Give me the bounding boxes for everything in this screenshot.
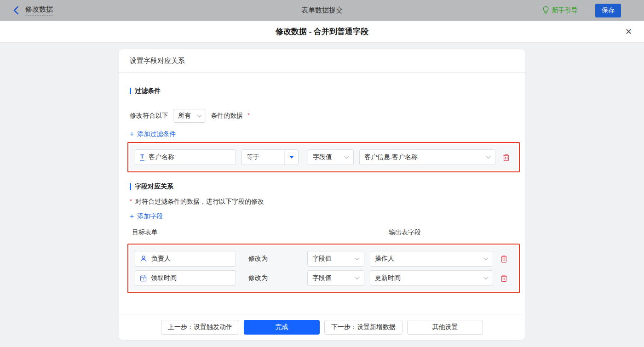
plus-icon: + — [130, 213, 134, 220]
value-select[interactable]: 客户信息.客户名称 — [359, 149, 495, 165]
dropdown-caret-icon — [284, 150, 298, 165]
target-field-value: 负责人 — [151, 255, 171, 263]
condition-scope-value: 所有 — [178, 112, 191, 120]
value-type-select[interactable]: 字段值 — [307, 251, 364, 267]
chevron-down-icon — [197, 114, 202, 118]
modify-label: 修改为 — [248, 255, 268, 263]
mapping-description: 对符合过滤条件的数据，进行以下字段的修改 — [135, 198, 264, 206]
card-body: 过滤条件 修改符合以下 所有 条件的数据 * + 添加过滤条件 — [119, 73, 525, 314]
mapping-heading-label: 字段对应关系 — [135, 182, 173, 191]
modify-label: 修改为 — [248, 274, 268, 282]
output-field-select[interactable]: 更新时间 — [370, 270, 493, 286]
add-field-label: 添加字段 — [137, 212, 163, 221]
topbar-left: 修改数据 — [13, 5, 53, 16]
condition-scope-select[interactable]: 所有 — [173, 109, 206, 123]
previous-step-button[interactable]: 上一步：设置触发动作 — [161, 320, 239, 335]
chevron-down-icon — [344, 156, 349, 159]
add-filter-condition-label: 添加过滤条件 — [137, 130, 176, 138]
target-form-column-label: 目标表单 — [132, 228, 158, 237]
mapping-row: 负责人 修改为 字段值 操作人 — [135, 251, 512, 267]
topbar-right: 新手引导 保存 — [542, 4, 621, 17]
lightbulb-icon — [542, 6, 549, 15]
condition-prefix: 修改符合以下 — [130, 112, 168, 120]
output-field-select[interactable]: 操作人 — [370, 251, 493, 267]
topbar: 表单数据提交 修改数据 新手引导 保存 — [0, 0, 644, 21]
field-mapping-card: 设置字段对应关系 过滤条件 修改符合以下 所有 条件的数据 * — [119, 49, 525, 340]
value-type-select[interactable]: 字段值 — [308, 149, 354, 165]
trash-icon — [500, 274, 507, 282]
filter-field-value: 客户名称 — [149, 153, 174, 161]
output-field-value: 操作人 — [375, 255, 394, 263]
condition-suffix: 条件的数据 — [211, 112, 243, 120]
modal-title: 修改数据 - 合并到普通字段 — [276, 26, 368, 37]
done-button[interactable]: 完成 — [244, 320, 320, 335]
modal-content: 设置字段对应关系 过滤条件 修改符合以下 所有 条件的数据 * — [0, 43, 644, 347]
value-type-value: 字段值 — [312, 274, 332, 282]
mapping-columns-header: 目标表单 输出表字段 — [130, 228, 514, 237]
section-accent-bar — [130, 183, 131, 190]
output-field-column-label: 输出表字段 — [389, 228, 421, 237]
chevron-down-icon — [355, 257, 360, 261]
target-field-value: 领取时间 — [151, 274, 177, 282]
delete-row-button[interactable] — [500, 274, 507, 282]
value-type-value: 字段值 — [312, 255, 332, 263]
target-field-input[interactable]: 负责人 — [135, 251, 236, 267]
mapping-row: 7 领取时间 修改为 字段值 更新时间 — [135, 270, 512, 286]
screen: 表单数据提交 修改数据 新手引导 保存 修改数据 - 合并到普通字段 ✕ — [0, 0, 644, 347]
modal-header: 修改数据 - 合并到普通字段 ✕ — [0, 21, 644, 43]
add-filter-condition-link[interactable]: + 添加过滤条件 — [130, 130, 176, 138]
required-mark: * — [130, 198, 132, 205]
mapping-description-row: * 对符合过滤条件的数据，进行以下字段的修改 — [130, 198, 514, 206]
card-title: 设置字段对应关系 — [119, 49, 525, 73]
svg-text:7: 7 — [143, 278, 144, 281]
condition-scope-row: 修改符合以下 所有 条件的数据 * — [130, 109, 514, 123]
text-field-icon: T — [140, 154, 144, 160]
mapping-rows: 负责人 修改为 字段值 操作人 — [130, 246, 518, 291]
guide-label: 新手引导 — [552, 6, 578, 15]
value-type-value: 字段值 — [313, 153, 332, 161]
operator-select[interactable]: 等于 — [242, 149, 299, 165]
mapping-highlight-box: 负责人 修改为 字段值 操作人 — [127, 244, 520, 293]
filter-highlight-box: T 客户名称 等于 字段值 客户信息.客户名称 — [127, 142, 520, 172]
chevron-down-icon — [483, 277, 489, 280]
required-mark: * — [247, 112, 250, 119]
delete-condition-button[interactable] — [503, 154, 510, 161]
plus-icon: + — [130, 131, 134, 138]
other-settings-button[interactable]: 其他设置 — [407, 320, 483, 335]
back-button[interactable] — [13, 6, 19, 15]
trash-icon — [503, 154, 510, 161]
value-select-value: 客户信息.客户名称 — [364, 153, 418, 161]
trash-icon — [500, 255, 507, 263]
beginner-guide-link[interactable]: 新手引导 — [542, 6, 578, 15]
user-icon — [140, 255, 147, 262]
filter-condition-row: T 客户名称 等于 字段值 客户信息.客户名称 — [130, 144, 518, 170]
target-field-input[interactable]: 7 领取时间 — [135, 270, 236, 286]
next-step-button[interactable]: 下一步：设置新增数据 — [324, 320, 402, 335]
filter-heading-label: 过滤条件 — [135, 87, 161, 95]
filter-field-input[interactable]: T 客户名称 — [135, 149, 236, 165]
chevron-down-icon — [483, 257, 489, 261]
card-footer: 上一步：设置触发动作 完成 下一步：设置新增数据 其他设置 — [119, 314, 525, 340]
calendar-icon: 7 — [140, 275, 147, 282]
chevron-down-icon — [355, 277, 360, 280]
save-button[interactable]: 保存 — [595, 4, 621, 17]
add-field-link[interactable]: + 添加字段 — [130, 212, 163, 221]
operator-value: 等于 — [242, 153, 284, 161]
output-field-value: 更新时间 — [375, 274, 401, 282]
section-accent-bar — [130, 88, 131, 94]
delete-row-button[interactable] — [500, 255, 507, 263]
node-title[interactable]: 修改数据 — [25, 5, 53, 16]
chevron-down-icon — [486, 156, 491, 159]
close-icon[interactable]: ✕ — [625, 28, 632, 36]
back-chevron-icon — [13, 6, 19, 15]
value-type-select[interactable]: 字段值 — [307, 270, 364, 286]
mapping-section-heading: 字段对应关系 — [130, 182, 514, 191]
filter-section-heading: 过滤条件 — [130, 87, 514, 95]
